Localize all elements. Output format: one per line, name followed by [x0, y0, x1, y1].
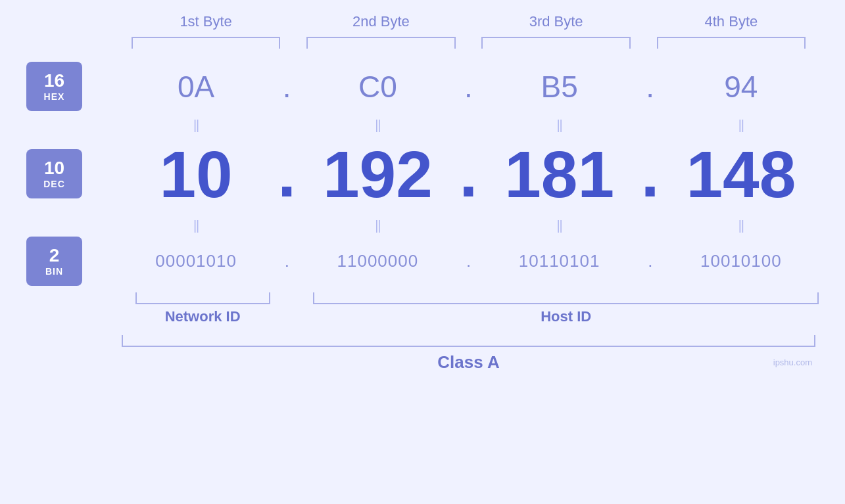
bin-base-number: 2 — [49, 246, 60, 266]
dec-dot-2: . — [456, 136, 482, 212]
hex-values-row: 0A . C0 . B5 . 94 — [118, 69, 819, 104]
bin-dot-2: . — [456, 251, 482, 271]
network-id-label: Network ID — [165, 308, 241, 325]
byte-header-3: 3rd Byte — [469, 13, 644, 30]
equal-cell-2-2: || — [300, 218, 455, 233]
dec-value-3: 181 — [482, 141, 637, 207]
byte-header-4: 4th Byte — [644, 13, 819, 30]
hex-base-number: 16 — [44, 71, 64, 91]
watermark: ipshu.com — [773, 357, 812, 367]
host-id-label-wrap: Host ID — [313, 308, 819, 325]
bin-row: 2 BIN 00001010 . 11000000 . 10110101 . — [26, 237, 819, 286]
hex-dot-2: . — [456, 69, 482, 104]
byte-header-1: 1st Byte — [118, 13, 293, 30]
bottom-id-section: Network ID Host ID — [26, 292, 819, 325]
bracket-top-2 — [306, 37, 455, 49]
network-id-bracket — [135, 292, 270, 304]
bin-value-1: 00001010 — [118, 251, 274, 271]
hex-value-1: 0A — [118, 69, 274, 104]
hex-badge: 16 HEX — [26, 62, 82, 111]
equal-row-2: || || || || — [26, 218, 819, 233]
equal-cell-1-1: || — [118, 118, 274, 133]
top-bracket-2 — [293, 37, 468, 49]
dec-values-row: 10 . 192 . 181 . 148 — [118, 136, 819, 212]
class-bracket — [122, 335, 815, 347]
equal-cell-2-1: || — [118, 218, 274, 233]
top-bracket-4 — [644, 37, 819, 49]
dec-value-1: 10 — [118, 141, 274, 207]
top-bracket-1 — [118, 37, 293, 49]
bracket-top-4 — [657, 37, 806, 49]
bin-value-2: 11000000 — [300, 251, 455, 271]
hex-value-4: 94 — [664, 69, 819, 104]
dec-dot-1: . — [274, 136, 300, 212]
dec-value-2: 192 — [300, 141, 455, 207]
class-section: Class A ipshu.com — [26, 335, 819, 373]
dec-base-number: 10 — [44, 158, 64, 179]
equal-cell-2-4: || — [664, 218, 819, 233]
bracket-top-1 — [132, 37, 280, 49]
host-id-bracket — [313, 292, 819, 304]
bin-value-4: 10010100 — [664, 251, 819, 271]
class-label: Class A — [437, 352, 499, 372]
top-brackets-row — [26, 37, 819, 49]
byte-headers-row: 1st Byte 2nd Byte 3rd Byte 4th Byte — [26, 13, 819, 30]
bin-value-3: 10110101 — [482, 251, 637, 271]
dec-value-4: 148 — [664, 141, 819, 207]
equal-cell-1-4: || — [664, 118, 819, 133]
bin-dot-3: . — [637, 251, 664, 271]
page-container: 1st Byte 2nd Byte 3rd Byte 4th Byte 16 H… — [0, 0, 845, 504]
dec-base-label: DEC — [43, 179, 65, 189]
hex-row: 16 HEX 0A . C0 . B5 . 94 — [26, 62, 819, 111]
bin-dot-1: . — [274, 251, 300, 271]
equal-cell-2-3: || — [482, 218, 637, 233]
equal-row-1: || || || || — [26, 118, 819, 133]
hex-dot-3: . — [637, 69, 664, 104]
network-id-label-wrap: Network ID — [118, 308, 287, 325]
hex-value-2: C0 — [300, 69, 455, 104]
bin-base-label: BIN — [45, 266, 63, 277]
hex-value-3: B5 — [482, 69, 637, 104]
equal-cell-1-2: || — [300, 118, 455, 133]
top-bracket-3 — [469, 37, 644, 49]
dec-dot-3: . — [637, 136, 664, 212]
byte-header-2: 2nd Byte — [293, 13, 468, 30]
bracket-top-3 — [481, 37, 630, 49]
hex-dot-1: . — [274, 69, 300, 104]
bin-values-row: 00001010 . 11000000 . 10110101 . 1001010… — [118, 251, 819, 271]
bin-badge: 2 BIN — [26, 237, 82, 286]
equal-cell-1-3: || — [482, 118, 637, 133]
hex-base-label: HEX — [44, 91, 65, 102]
host-id-label: Host ID — [541, 308, 591, 325]
dec-badge: 10 DEC — [26, 149, 82, 198]
dec-row: 10 DEC 10 . 192 . 181 . 148 — [26, 136, 819, 212]
